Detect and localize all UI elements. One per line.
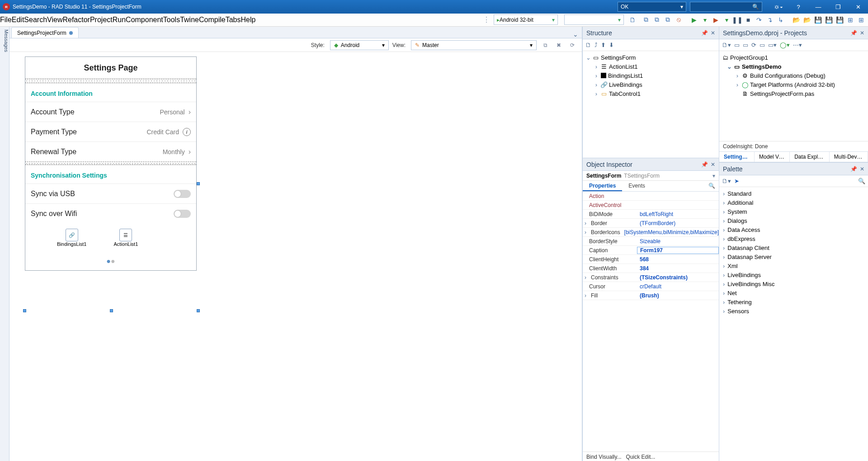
palette-category[interactable]: ›Standard xyxy=(720,189,867,198)
delete-view-button[interactable]: ✖ xyxy=(554,40,564,50)
palette-category[interactable]: ›Tethering xyxy=(720,297,867,306)
run-alt-dropdown[interactable]: ▾ xyxy=(722,15,731,25)
step-into-icon[interactable]: ↴ xyxy=(765,15,775,25)
palette-category[interactable]: ›System xyxy=(720,207,867,216)
close-icon[interactable]: ✕ xyxy=(711,161,715,168)
toolbar-copy-icon[interactable]: ⧉ xyxy=(641,15,651,25)
restore-button[interactable]: ❐ xyxy=(828,0,848,14)
menu-run[interactable]: Run xyxy=(113,16,126,24)
toolbar-stop-icon[interactable]: ⦸ xyxy=(674,15,684,25)
tabcontrol-header[interactable] xyxy=(25,79,196,83)
structure-tree[interactable]: ⌄▭SettingsForm ›☰ActionList1 ›BindingsLi… xyxy=(583,51,719,158)
oi-bind-visually-link[interactable]: Bind Visually... xyxy=(586,454,622,460)
toggle-switch[interactable] xyxy=(174,210,191,218)
tool-icon[interactable]: 🗋▾ xyxy=(722,178,731,184)
menu-component[interactable]: Component xyxy=(126,16,163,24)
palette-category[interactable]: ›Datasnap Client xyxy=(720,243,867,252)
saveas-icon[interactable]: 💾 xyxy=(835,15,844,25)
menu-help[interactable]: Help xyxy=(241,16,255,24)
grid2-icon[interactable]: ⊞ xyxy=(856,15,866,25)
tool-icon[interactable]: ▭▾ xyxy=(768,42,777,48)
tree-node-root[interactable]: SettingsForm xyxy=(601,54,636,61)
ide-search-input[interactable]: 🔍 xyxy=(690,2,762,12)
row-sync-usb[interactable]: Sync via USB xyxy=(25,183,196,203)
component-actionlist[interactable]: ☰ ActionList1 xyxy=(113,229,138,247)
palette-category[interactable]: ›LiveBindings Misc xyxy=(720,279,867,288)
tree-node[interactable]: LiveBindings xyxy=(609,81,642,88)
oi-prop-row[interactable]: CursorcrDefault xyxy=(583,282,719,291)
palette-category[interactable]: ›Data Access xyxy=(720,225,867,234)
oi-prop-row[interactable]: Action xyxy=(583,192,719,201)
tree-node[interactable]: TabControl1 xyxy=(609,90,641,97)
menu-project[interactable]: Project xyxy=(90,16,113,24)
resize-handle[interactable] xyxy=(23,309,26,312)
expand-icon[interactable]: › xyxy=(594,72,599,79)
menu-edit[interactable]: Edit xyxy=(12,16,24,24)
tool-icon[interactable]: ⬇ xyxy=(609,42,614,48)
tab-overflow-chevron-icon[interactable]: ⌄ xyxy=(573,31,578,38)
tree-node-project[interactable]: SettingsDemo xyxy=(742,63,781,70)
step-over-icon[interactable]: ↷ xyxy=(754,15,764,25)
ptab-multidevice[interactable]: Multi-Devic... xyxy=(830,152,868,162)
style-combo[interactable]: ◆ Android ▾ xyxy=(330,40,389,50)
resize-handle[interactable] xyxy=(197,309,200,312)
palette-tree[interactable]: ›Standard›Additional›System›Dialogs›Data… xyxy=(719,187,868,461)
row-sync-wifi[interactable]: Sync over Wifi xyxy=(25,203,196,223)
tool-icon[interactable]: ⟳ xyxy=(751,42,756,48)
save-icon[interactable]: 💾 xyxy=(813,15,823,25)
tool-icon[interactable]: ⤴ xyxy=(594,42,598,48)
close-icon[interactable]: ✕ xyxy=(711,30,715,36)
tool-icon[interactable]: ▭ xyxy=(760,42,765,48)
view-combo[interactable]: ✎ Master ▾ xyxy=(411,40,537,50)
tool-icon[interactable]: ▭ xyxy=(734,42,740,48)
rotate-view-button[interactable]: ⟳ xyxy=(567,40,577,50)
copy-view-button[interactable]: ⧉ xyxy=(540,40,550,50)
toolbar-new-icon[interactable]: 🗋 xyxy=(627,15,637,25)
close-icon[interactable]: ✕ xyxy=(860,30,864,36)
oi-tab-events[interactable]: Events xyxy=(622,181,651,191)
palette-category[interactable]: ›Datasnap Server xyxy=(720,252,867,261)
expand-icon[interactable]: › xyxy=(594,63,599,70)
pin-icon[interactable]: 📌 xyxy=(850,30,857,36)
tool-icon[interactable]: ⋯▾ xyxy=(793,42,802,48)
options-button[interactable]: ⛭▾ xyxy=(769,0,788,14)
saveall-icon[interactable]: 💾 xyxy=(824,15,834,25)
close-button[interactable]: ✕ xyxy=(848,0,868,14)
pause-button[interactable]: ❚❚ xyxy=(732,15,742,25)
palette-category[interactable]: ›Dialogs xyxy=(720,216,867,225)
run-dropdown[interactable]: ▾ xyxy=(700,15,710,25)
tool-icon[interactable]: 🗋▾ xyxy=(722,42,731,48)
oi-property-grid[interactable]: ActionActiveControlBiDiModebdLeftToRight… xyxy=(583,192,719,452)
help-button[interactable]: ? xyxy=(788,0,808,14)
run-without-debug-button[interactable]: ▶ xyxy=(711,15,721,25)
row-renewal-type[interactable]: Renewal Type Monthly › xyxy=(25,141,196,161)
menu-file[interactable]: File xyxy=(0,16,12,24)
grid-icon[interactable]: ⊞ xyxy=(845,15,855,25)
palette-category[interactable]: ›LiveBindings xyxy=(720,270,867,279)
oi-tab-properties[interactable]: Properties xyxy=(583,181,622,191)
collapse-icon[interactable]: ⌄ xyxy=(726,63,732,70)
palette-category[interactable]: ›Xml xyxy=(720,261,867,270)
editor-tab-settingsprojectform[interactable]: SettingsProjectForm xyxy=(11,27,79,38)
oi-quick-edit-link[interactable]: Quick Edit... xyxy=(626,454,656,460)
projects-tree[interactable]: 🗂ProjectGroup1 ⌄▭SettingsDemo ›⚙Build Co… xyxy=(719,51,868,141)
search-icon[interactable]: 🔍 xyxy=(858,178,865,184)
form-device-frame[interactable]: Settings Page Account Information Accoun… xyxy=(25,56,197,271)
menu-tabs[interactable]: Tabs xyxy=(226,16,241,24)
messages-rail[interactable]: Messages xyxy=(0,27,9,461)
oi-prop-row[interactable]: ›Border(TFormBorder) xyxy=(583,219,719,228)
menu-tools[interactable]: Tools xyxy=(163,16,180,24)
resize-handle[interactable] xyxy=(197,182,200,185)
tree-node[interactable]: Build Configurations (Debug) xyxy=(750,72,826,79)
toggle-switch[interactable] xyxy=(174,190,191,198)
tree-node[interactable]: ProjectGroup1 xyxy=(730,54,768,61)
tool-icon[interactable]: ◯▾ xyxy=(780,42,790,48)
tree-node[interactable]: ActionList1 xyxy=(609,63,638,70)
structure-header[interactable]: Structure 📌✕ xyxy=(583,27,719,39)
resize-handle[interactable] xyxy=(110,309,113,312)
oi-header[interactable]: Object Inspector 📌✕ xyxy=(583,158,719,171)
palette-category[interactable]: ›Net xyxy=(720,288,867,297)
tree-node[interactable]: SettingsProjectForm.pas xyxy=(750,90,814,97)
palette-category[interactable]: ›dbExpress xyxy=(720,234,867,243)
palette-category[interactable]: ›Additional xyxy=(720,198,867,207)
